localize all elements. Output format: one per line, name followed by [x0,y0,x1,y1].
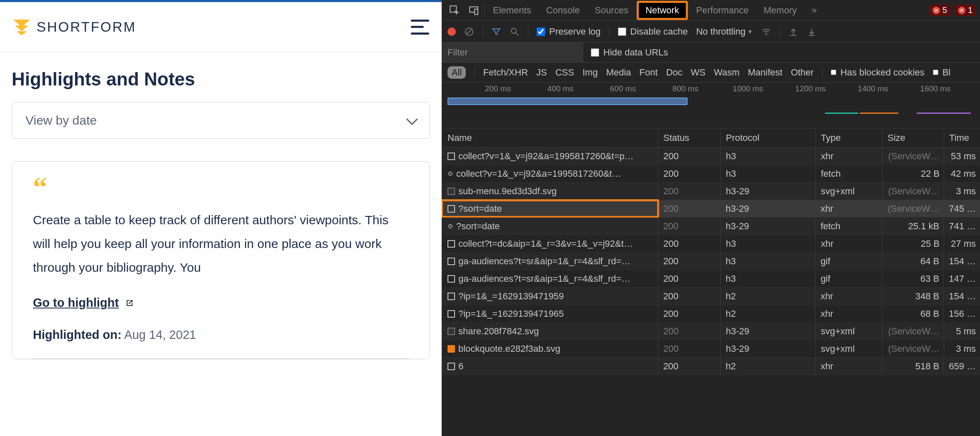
network-request-row[interactable]: sub-menu.9ed3d3df.svg200h3-29svg+xml(Ser… [442,183,980,200]
cell-name: share.208f7842.svg [442,323,658,340]
cell-protocol: h3-29 [721,323,816,340]
network-request-row[interactable]: ?ip=1&_=1629139471959200h2xhr348 B154 … [442,288,980,305]
timeline-overview[interactable]: 200 ms 400 ms 600 ms 800 ms 1000 ms 1200… [442,83,980,128]
svg-point-7 [766,34,767,35]
upload-icon[interactable] [788,27,798,37]
disable-cache-checkbox[interactable]: Disable cache [618,26,688,37]
tab-performance[interactable]: Performance [690,1,755,20]
cell-protocol: h3 [721,165,816,182]
cell-time: 147 … [944,270,980,287]
type-ws[interactable]: WS [691,67,705,78]
cell-protocol: h3 [721,270,816,287]
cell-size: 22 B [882,165,944,182]
error-badge[interactable]: ✕5 [929,5,950,16]
preserve-log-checkbox[interactable]: Preserve log [537,26,601,37]
view-by-dropdown[interactable]: View by date [12,102,430,139]
network-request-row[interactable]: ?sort=date200h3-29xhr(ServiceW…745 … [442,200,980,218]
cell-protocol: h3 [721,148,816,165]
cell-size: (ServiceW… [882,148,944,165]
cell-name: collect?t=dc&aip=1&_r=3&v=1&_v=j92&t… [442,235,658,252]
cell-time: 27 ms [944,235,980,252]
tab-elements[interactable]: Elements [486,1,538,20]
cell-protocol: h2 [721,305,816,322]
type-fetchxhr[interactable]: Fetch/XHR [483,67,528,78]
type-js[interactable]: JS [536,67,547,78]
shortform-logo-icon [12,18,31,36]
cell-size: 348 B [882,288,944,305]
cell-protocol: h3 [721,235,816,252]
col-name[interactable]: Name [442,128,658,147]
cell-status: 200 [658,183,721,200]
brand-name: SHORTFORM [37,19,136,35]
go-to-highlight-link[interactable]: Go to highlight [33,296,119,310]
brand-logo[interactable]: SHORTFORM [12,18,136,36]
download-icon[interactable] [807,27,817,37]
cell-size: (ServiceW… [882,200,944,217]
hamburger-menu-icon[interactable] [411,20,429,35]
cell-type: fetch [816,165,882,182]
cell-status: 200 [658,165,721,182]
blocked-cookies-checkbox[interactable]: Has blocked cookies [831,67,925,78]
network-request-row[interactable]: share.208f7842.svg200h3-29svg+xml(Servic… [442,323,980,340]
wifi-icon[interactable] [761,27,771,37]
cell-protocol: h3-29 [721,200,816,217]
network-request-row[interactable]: ga-audiences?t=sr&aip=1&_r=4&slf_rd=…200… [442,270,980,288]
type-doc[interactable]: Doc [666,67,682,78]
inspect-icon[interactable] [449,5,460,16]
hide-data-urls-checkbox[interactable]: Hide data URLs [583,47,668,58]
tab-console[interactable]: Console [540,1,587,20]
network-request-row[interactable]: ⚙?sort=date200h3-29fetch25.1 kB741 … [442,218,980,235]
col-protocol[interactable]: Protocol [721,128,816,147]
timeline-segment [860,113,898,114]
filter-input[interactable] [442,43,583,62]
network-request-row[interactable]: ?ip=1&_=1629139471965200h2xhr68 B156 … [442,305,980,323]
error-badge-2[interactable]: ✕1 [955,5,976,16]
col-type[interactable]: Type [816,128,882,147]
cell-status: 200 [658,358,721,375]
type-manifest[interactable]: Manifest [748,67,782,78]
network-request-row[interactable]: 6200h2xhr518 B659 … [442,358,980,375]
type-other[interactable]: Other [791,67,814,78]
network-request-row[interactable]: collect?t=dc&aip=1&_r=3&v=1&_v=j92&t…200… [442,235,980,253]
cell-name: collect?v=1&_v=j92&a=1995817260&t=p… [442,148,658,165]
col-status[interactable]: Status [658,128,721,147]
type-media[interactable]: Media [606,67,631,78]
network-request-row[interactable]: blockquote.e282f3ab.svg200h3-29svg+xml(S… [442,340,980,358]
timeline-segment [917,113,971,114]
filter-icon[interactable] [491,27,501,37]
svg-line-4 [466,29,472,35]
tab-sources[interactable]: Sources [588,1,635,20]
record-button[interactable] [448,28,456,36]
search-icon[interactable] [510,27,520,37]
network-request-row[interactable]: ⚙collect?v=1&_v=j92&a=1995817260&t…200h3… [442,165,980,183]
header-bar: SHORTFORM [0,2,442,52]
tab-memory[interactable]: Memory [757,1,803,20]
col-size[interactable]: Size [882,128,944,147]
timeline-ticks: 200 ms 400 ms 600 ms 800 ms 1000 ms 1200… [442,83,980,95]
separator [822,67,822,78]
cell-time: 42 ms [944,165,980,182]
timeline-selection[interactable] [448,98,688,105]
network-request-row[interactable]: collect?v=1&_v=j92&a=1995817260&t=p…200h… [442,148,980,165]
cell-type: xhr [816,235,882,252]
type-all[interactable]: All [448,66,466,79]
cell-protocol: h2 [721,288,816,305]
type-font[interactable]: Font [640,67,658,78]
meta-date: Aug 14, 2021 [124,328,196,341]
throttling-select[interactable]: No throttling▼ [696,26,753,37]
file-icon [448,310,455,318]
network-request-row[interactable]: ga-audiences?t=sr&aip=1&_r=4&slf_rd=…200… [442,253,980,270]
blocked-checkbox[interactable]: Bl [933,67,951,78]
cell-name: ?ip=1&_=1629139471965 [442,305,658,322]
type-css[interactable]: CSS [555,67,574,78]
col-time[interactable]: Time [944,128,980,147]
device-icon[interactable] [468,5,479,16]
type-img[interactable]: Img [582,67,598,78]
tab-more-icon[interactable]: » [805,1,823,20]
cell-protocol: h3-29 [721,183,816,200]
cell-status: 200 [658,148,721,165]
tab-network[interactable]: Network [637,1,688,20]
type-wasm[interactable]: Wasm [714,67,740,78]
cell-size: 518 B [882,358,944,375]
clear-icon[interactable] [464,27,474,37]
